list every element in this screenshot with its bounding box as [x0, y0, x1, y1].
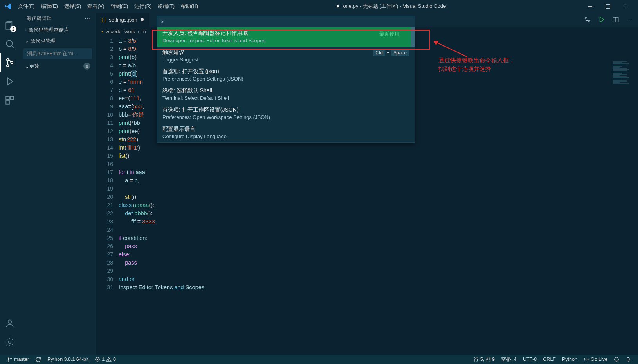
- palette-item[interactable]: 触发建议Trigger SuggestCtrl+Space: [157, 47, 415, 66]
- svg-point-31: [109, 360, 109, 361]
- minimize-button[interactable]: [581, 0, 599, 13]
- changes-count-badge: 0: [83, 63, 90, 70]
- svg-rect-0: [588, 6, 592, 7]
- close-button[interactable]: [617, 0, 635, 13]
- svg-point-6: [6, 40, 12, 46]
- activity-scm[interactable]: [0, 53, 20, 72]
- dirty-indicator-icon: ●: [336, 3, 339, 9]
- menu-item[interactable]: 编辑(E): [38, 3, 61, 10]
- window-title: ● one.py - 无标题 (工作区) - Visual Studio Cod…: [201, 3, 581, 10]
- activity-extensions[interactable]: [0, 91, 20, 110]
- window-controls: [581, 0, 635, 13]
- svg-point-8: [7, 59, 9, 61]
- title-filename: one.py: [343, 3, 358, 9]
- annotation-text: 通过快捷键唤出命令输入框， 找到这个选项并选择: [438, 56, 515, 73]
- line-numbers: 1234567891011121314151617181920212223242…: [96, 36, 119, 355]
- menu-item[interactable]: 查看(V): [84, 3, 107, 10]
- menu-item[interactable]: 帮助(H): [178, 3, 201, 10]
- scm-changes-row[interactable]: ⌄更改 0: [20, 61, 96, 71]
- status-eol[interactable]: CRLF: [540, 356, 559, 363]
- command-palette-input[interactable]: [157, 16, 415, 27]
- svg-marker-19: [600, 17, 604, 22]
- svg-rect-13: [10, 96, 14, 100]
- maximize-button[interactable]: [599, 0, 617, 13]
- scm-main-section[interactable]: ⌄ 源代码管理: [20, 36, 96, 47]
- svg-rect-1: [606, 4, 610, 8]
- svg-point-24: [8, 357, 9, 358]
- palette-item[interactable]: 配置显示语言Configure Display Language: [157, 123, 415, 142]
- svg-line-7: [11, 45, 13, 47]
- svg-point-18: [589, 20, 590, 22]
- vscode-logo-icon: [5, 3, 12, 10]
- svg-point-32: [586, 359, 587, 360]
- svg-marker-11: [8, 78, 13, 85]
- title-workspace: 无标题 (工作区): [363, 3, 398, 9]
- menu-item[interactable]: 文件(F): [15, 3, 38, 10]
- split-editor-icon[interactable]: [612, 16, 619, 23]
- folder-icon: ▪: [101, 29, 103, 34]
- scm-message-input[interactable]: 消息(Ctrl+Enter 在"m…: [23, 48, 92, 59]
- tab-settings-json[interactable]: { } settings.json: [96, 13, 150, 27]
- svg-point-25: [8, 360, 9, 361]
- tab-label: settings.json: [109, 17, 137, 23]
- chevron-right-icon: ›: [25, 28, 27, 32]
- compare-changes-icon[interactable]: [584, 16, 591, 23]
- menu-item[interactable]: 终端(T): [155, 3, 178, 10]
- palette-item[interactable]: 首选项: 打开设置 (json)Preferences: Open Settin…: [157, 66, 415, 85]
- activity-account[interactable]: [0, 314, 20, 333]
- dirty-dot-icon: [141, 18, 144, 21]
- palette-item[interactable]: 开发人员: 检查编辑器标记和作用域Developer: Inspect Edit…: [157, 27, 415, 47]
- sidebar: 源代码管理 ⋯ › 源代码管理存储库 ⌄ 源代码管理 消息(Ctrl+Enter…: [20, 13, 96, 355]
- status-golive[interactable]: Go Live: [580, 356, 611, 363]
- sidebar-more-icon[interactable]: ⋯: [85, 15, 91, 22]
- command-palette-list: 开发人员: 检查编辑器标记和作用域Developer: Inspect Edit…: [157, 27, 415, 143]
- title-app: Visual Studio Code: [403, 3, 446, 9]
- titlebar: 文件(F)编辑(E)选择(S)查看(V)转到(G)运行(R)终端(T)帮助(H)…: [0, 0, 638, 13]
- svg-point-17: [585, 17, 587, 18]
- activity-settings[interactable]: [0, 333, 20, 351]
- svg-rect-12: [6, 96, 9, 100]
- chevron-down-icon: ⌄: [25, 63, 29, 69]
- activity-debug[interactable]: [0, 72, 20, 91]
- activity-bar: 2: [0, 13, 20, 355]
- svg-point-15: [8, 320, 12, 323]
- more-actions-icon[interactable]: ⋯: [626, 16, 633, 23]
- status-cursor[interactable]: 行 5, 列 9: [470, 356, 498, 363]
- chevron-down-icon: ⌄: [25, 39, 29, 44]
- run-icon[interactable]: [598, 16, 605, 23]
- activity-search[interactable]: [0, 34, 20, 53]
- status-sync[interactable]: [32, 357, 44, 362]
- scm-repo-section[interactable]: › 源代码管理存储库: [20, 25, 96, 36]
- status-python[interactable]: Python 3.8.1 64-bit: [44, 357, 92, 362]
- palette-item[interactable]: 终端: 选择默认 ShellTerminal: Select Default S…: [157, 85, 415, 104]
- svg-point-16: [9, 341, 11, 344]
- status-bar: master Python 3.8.1 64-bit 1 0 行 5, 列 9 …: [0, 355, 638, 364]
- palette-item[interactable]: 首选项: 打开工作区设置(JSON)Preferences: Open Work…: [157, 104, 415, 123]
- status-spaces[interactable]: 空格: 4: [498, 356, 520, 363]
- sidebar-title: 源代码管理: [27, 15, 52, 22]
- status-feedback[interactable]: [611, 356, 622, 363]
- status-notifications[interactable]: [622, 356, 634, 363]
- command-palette: 开发人员: 检查编辑器标记和作用域Developer: Inspect Edit…: [157, 16, 415, 143]
- menu-item[interactable]: 转到(G): [108, 3, 132, 10]
- svg-point-26: [11, 358, 11, 359]
- menu-bar: 文件(F)编辑(E)选择(S)查看(V)转到(G)运行(R)终端(T)帮助(H): [15, 3, 201, 10]
- status-language[interactable]: Python: [559, 356, 580, 363]
- svg-point-10: [11, 61, 13, 63]
- json-file-icon: { }: [101, 17, 106, 22]
- svg-point-33: [615, 357, 619, 362]
- svg-rect-14: [6, 101, 9, 104]
- status-branch[interactable]: master: [4, 357, 32, 362]
- status-problems[interactable]: 1 0: [92, 357, 119, 362]
- explorer-badge: 2: [10, 26, 16, 32]
- activity-explorer[interactable]: 2: [0, 16, 20, 34]
- status-encoding[interactable]: UTF-8: [520, 356, 540, 363]
- menu-item[interactable]: 运行(R): [131, 3, 155, 10]
- minimap[interactable]: [611, 59, 638, 177]
- menu-item[interactable]: 选择(S): [61, 3, 84, 10]
- sidebar-header: 源代码管理 ⋯: [20, 13, 96, 25]
- svg-point-9: [7, 65, 9, 67]
